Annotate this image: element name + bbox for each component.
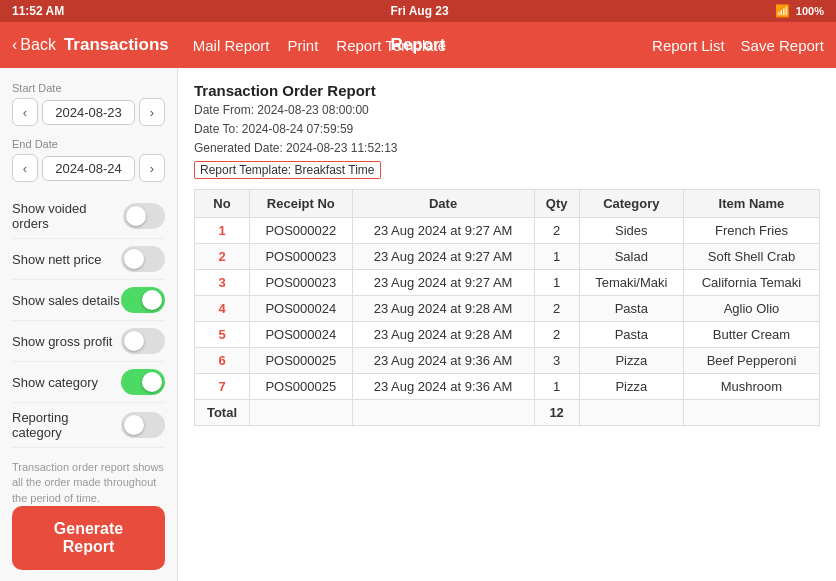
table-row: 6POS00002523 Aug 2024 at 9:36 AM3PizzaBe… [195,347,820,373]
start-date-prev-button[interactable]: ‹ [12,98,38,126]
toggle-switch-0[interactable] [123,203,165,229]
table-cell-3: 1 [534,373,579,399]
toggle-row-3: Show gross profit [12,321,165,362]
toggle-label-0: Show voided orders [12,201,123,231]
table-cell-3: 2 [534,217,579,243]
table-total-row: Total12 [195,399,820,425]
table-cell-5: Aglio Olio [683,295,819,321]
toggle-list: Show voided ordersShow nett priceShow sa… [12,194,165,448]
table-cell-no: 6 [195,347,250,373]
table-header-0: No [195,189,250,217]
table-cell-no: 2 [195,243,250,269]
print-button[interactable]: Print [287,37,318,54]
table-cell-3: 1 [534,269,579,295]
nav-center-title: Report [391,35,446,55]
start-date-picker: ‹ 2024-08-23 › [12,98,165,126]
end-date-field: End Date ‹ 2024-08-24 › [12,138,165,182]
status-date: Fri Aug 23 [390,4,448,18]
table-cell-4: Pizza [579,347,683,373]
table-cell-1: POS000024 [250,321,353,347]
table-cell-2: 23 Aug 2024 at 9:28 AM [352,295,534,321]
toggle-switch-2[interactable] [121,287,165,313]
table-cell-2: 23 Aug 2024 at 9:27 AM [352,243,534,269]
report-title: Transaction Order Report [194,82,820,99]
wifi-icon: 📶 [775,4,790,18]
table-cell-5: French Fries [683,217,819,243]
table-cell-2: 23 Aug 2024 at 9:27 AM [352,269,534,295]
table-cell-5: Butter Cream [683,321,819,347]
table-cell-4: Pasta [579,295,683,321]
toggle-switch-1[interactable] [121,246,165,272]
table-cell-5: Mushroom [683,373,819,399]
status-bar: 11:52 AM Fri Aug 23 📶 100% [0,0,836,22]
nav-title: Transactions [64,35,169,55]
table-cell-1: POS000025 [250,347,353,373]
table-cell-2: 23 Aug 2024 at 9:28 AM [352,321,534,347]
table-cell-1: POS000024 [250,295,353,321]
table-row: 4POS00002423 Aug 2024 at 9:28 AM2PastaAg… [195,295,820,321]
start-date-label: Start Date [12,82,165,94]
toggle-label-4: Show category [12,375,98,390]
table-cell-1: POS000025 [250,373,353,399]
start-date-field: Start Date ‹ 2024-08-23 › [12,82,165,126]
toggle-switch-4[interactable] [121,369,165,395]
table-cell-1: POS000023 [250,243,353,269]
top-nav: ‹ Back Transactions Mail Report Print Re… [0,22,836,68]
mail-report-button[interactable]: Mail Report [193,37,270,54]
toggle-label-2: Show sales details [12,293,120,308]
save-report-button[interactable]: Save Report [741,37,824,54]
end-date-label: End Date [12,138,165,150]
start-date-next-button[interactable]: › [139,98,165,126]
table-cell-no: 3 [195,269,250,295]
table-cell-5: Beef Pepperoni [683,347,819,373]
table-row: 5POS00002423 Aug 2024 at 9:28 AM2PastaBu… [195,321,820,347]
toggle-row-5: Reporting category [12,403,165,448]
start-date-value[interactable]: 2024-08-23 [42,100,135,125]
table-cell-4: Sides [579,217,683,243]
end-date-next-button[interactable]: › [139,154,165,182]
end-date-value[interactable]: 2024-08-24 [42,156,135,181]
generate-report-button[interactable]: Generate Report [12,506,165,570]
table-header-4: Category [579,189,683,217]
table-header-2: Date [352,189,534,217]
table-cell-3: 1 [534,243,579,269]
table-cell-5: California Temaki [683,269,819,295]
back-chevron-icon: ‹ [12,36,17,54]
status-time: 11:52 AM [12,4,64,18]
toggle-row-4: Show category [12,362,165,403]
report-area: Transaction Order Report Date From: 2024… [178,68,836,581]
toggle-label-1: Show nett price [12,252,102,267]
table-cell-5: Soft Shell Crab [683,243,819,269]
back-button[interactable]: ‹ Back [12,36,56,54]
nav-right-actions: Report List Save Report [652,37,824,54]
toggle-switch-5[interactable] [121,412,165,438]
table-body: 1POS00002223 Aug 2024 at 9:27 AM2SidesFr… [195,217,820,425]
table-header: NoReceipt NoDateQtyCategoryItem Name [195,189,820,217]
table-row: 7POS00002523 Aug 2024 at 9:36 AM1PizzaMu… [195,373,820,399]
table-row: 3POS00002323 Aug 2024 at 9:27 AM1Temaki/… [195,269,820,295]
table-cell-4: Pasta [579,321,683,347]
sidebar-footer-text: Transaction order report shows all the o… [12,460,165,506]
toggle-row-1: Show nett price [12,239,165,280]
end-date-prev-button[interactable]: ‹ [12,154,38,182]
table-cell-4: Salad [579,243,683,269]
report-generated-date: Generated Date: 2024-08-23 11:52:13 [194,139,820,158]
report-date-to: Date To: 2024-08-24 07:59:59 [194,120,820,139]
sidebar: Start Date ‹ 2024-08-23 › End Date ‹ 202… [0,68,178,581]
table-cell-no: 1 [195,217,250,243]
battery-indicator: 100% [796,5,824,17]
table-cell-3: 2 [534,321,579,347]
total-cell-1 [250,399,353,425]
total-cell-0: Total [195,399,250,425]
table-cell-1: POS000023 [250,269,353,295]
toggle-row-0: Show voided orders [12,194,165,239]
end-date-picker: ‹ 2024-08-24 › [12,154,165,182]
table-cell-3: 2 [534,295,579,321]
report-list-button[interactable]: Report List [652,37,725,54]
total-cell-2 [352,399,534,425]
table-cell-1: POS000022 [250,217,353,243]
table-cell-no: 5 [195,321,250,347]
toggle-switch-3[interactable] [121,328,165,354]
toggle-row-2: Show sales details [12,280,165,321]
back-label: Back [20,36,56,54]
